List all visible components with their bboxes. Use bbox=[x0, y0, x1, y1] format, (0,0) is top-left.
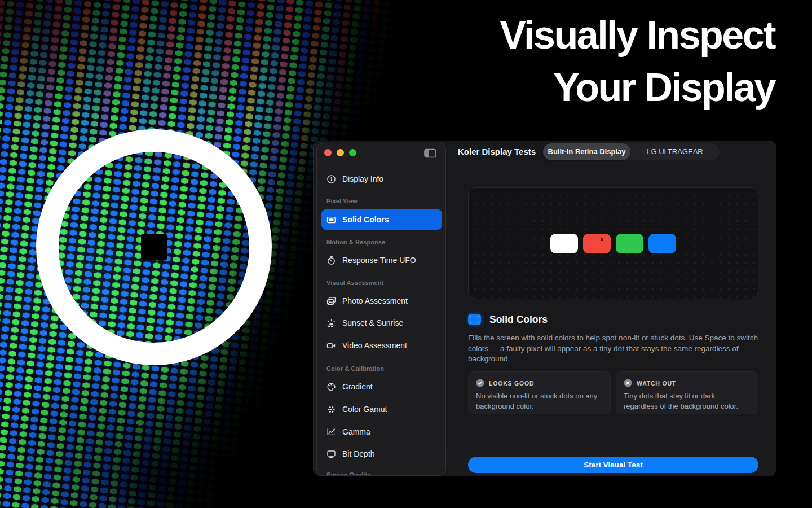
sidebar-item-label: Sunset & Sunrise bbox=[342, 318, 403, 327]
stuck-pixel-dot bbox=[601, 238, 603, 241]
chart-icon bbox=[326, 427, 336, 437]
sidebar-item-photo-assessment[interactable]: Photo Assessment bbox=[321, 292, 442, 309]
hint-cards: LOOKS GOOD No visible non-lit or stuck d… bbox=[468, 371, 758, 414]
display-icon bbox=[326, 449, 336, 459]
zoom-button[interactable] bbox=[349, 149, 356, 156]
start-visual-test-button[interactable]: Start Visual Test bbox=[468, 457, 758, 473]
hero-line-2: Your Display bbox=[500, 62, 775, 114]
minimize-button[interactable] bbox=[337, 149, 344, 156]
window-title: Koler Display Tests bbox=[458, 141, 536, 163]
sidebar-item-label: Display Info bbox=[342, 174, 383, 183]
color-swatch-blue bbox=[648, 234, 676, 253]
sidebar-item-video-assessment[interactable]: Video Assessment bbox=[321, 337, 442, 354]
detail-description: Fills the screen with solid colors to he… bbox=[468, 333, 766, 365]
close-button[interactable] bbox=[324, 149, 332, 156]
color-swatch-white bbox=[550, 234, 578, 253]
sidebar-item-label: Color Gamut bbox=[342, 405, 387, 414]
sidebar-section-motion-response: Motion & Response bbox=[326, 239, 439, 246]
info-icon bbox=[326, 174, 336, 184]
preview-box bbox=[468, 187, 758, 299]
solid-colors-icon bbox=[468, 314, 481, 325]
stage: Visually Inspect Your Display Display In… bbox=[0, 0, 812, 508]
watch-out-card: WATCH OUT Tiny dots that stay lit or dar… bbox=[616, 371, 758, 414]
photo-icon bbox=[326, 296, 336, 306]
swatch-icon bbox=[326, 215, 336, 225]
sidebar-item-color-gamut[interactable]: Color Gamut bbox=[321, 401, 442, 418]
sidebar-item-label: Photo Assessment bbox=[342, 296, 408, 305]
sidebar-item-label: Response Time UFO bbox=[342, 256, 416, 265]
sidebar-item-solid-colors[interactable]: Solid Colors bbox=[321, 209, 442, 230]
check-circle-icon bbox=[476, 379, 484, 387]
sidebar-section-pixel-view: Pixel View bbox=[326, 198, 439, 204]
display-segmented-control: Built-in Retina Display LG ULTRAGEAR bbox=[543, 143, 720, 160]
stopwatch-icon bbox=[326, 256, 336, 265]
sidebar: Display InfoPixel ViewSolid ColorsMotion… bbox=[316, 143, 446, 476]
x-circle-icon bbox=[624, 379, 632, 387]
segment-builtin-retina[interactable]: Built-in Retina Display bbox=[543, 143, 630, 160]
card-label: WATCH OUT bbox=[637, 380, 676, 387]
sidebar-item-label: Gradient bbox=[342, 382, 373, 391]
hero-headline: Visually Inspect Your Display bbox=[500, 9, 775, 114]
video-icon bbox=[326, 341, 336, 351]
color-swatch-green bbox=[616, 234, 643, 253]
hero-line-1: Visually Inspect bbox=[500, 9, 775, 62]
sidebar-section-screen-quality: Screen Quality bbox=[326, 471, 439, 476]
sidebar-item-label: Solid Colors bbox=[342, 215, 389, 224]
highlight-ring bbox=[36, 129, 272, 365]
sidebar-item-display-info[interactable]: Display Info bbox=[321, 170, 442, 187]
sidebar-item-label: Bit Depth bbox=[342, 449, 375, 458]
sidebar-item-gradient[interactable]: Gradient bbox=[321, 378, 442, 395]
sidebar-section-visual-assessment: Visual Assessment bbox=[326, 279, 439, 286]
looks-good-card: LOOKS GOOD No visible non-lit or stuck d… bbox=[468, 371, 611, 414]
sidebar-item-label: Gamma bbox=[342, 427, 370, 436]
sunrise-icon bbox=[326, 318, 336, 328]
segment-lg-ultragear[interactable]: LG ULTRAGEAR bbox=[630, 143, 720, 160]
sidebar-section-color-calibration: Color & Calibration bbox=[326, 365, 439, 372]
detail-header: Solid Colors bbox=[468, 313, 548, 326]
palette-icon bbox=[326, 382, 336, 392]
card-text: No visible non-lit or stuck dots on any … bbox=[476, 391, 603, 411]
sidebar-item-response-time-ufo[interactable]: Response Time UFO bbox=[321, 252, 442, 269]
gamut-icon bbox=[326, 405, 336, 414]
color-swatch-red bbox=[583, 234, 611, 253]
sidebar-item-label: Video Assessment bbox=[342, 341, 407, 350]
traffic-lights bbox=[324, 149, 356, 156]
sidebar-item-bit-depth[interactable]: Bit Depth bbox=[321, 445, 442, 462]
card-label: LOOKS GOOD bbox=[489, 380, 534, 387]
sidebar-item-sunset-sunrise[interactable]: Sunset & Sunrise bbox=[321, 314, 442, 331]
detail-title: Solid Colors bbox=[489, 314, 548, 326]
sidebar-toggle-icon[interactable] bbox=[424, 148, 436, 158]
app-window: Display InfoPixel ViewSolid ColorsMotion… bbox=[314, 141, 776, 476]
card-text: Tiny dots that stay lit or dark regardle… bbox=[624, 391, 751, 411]
sidebar-item-gamma[interactable]: Gamma bbox=[321, 423, 442, 440]
